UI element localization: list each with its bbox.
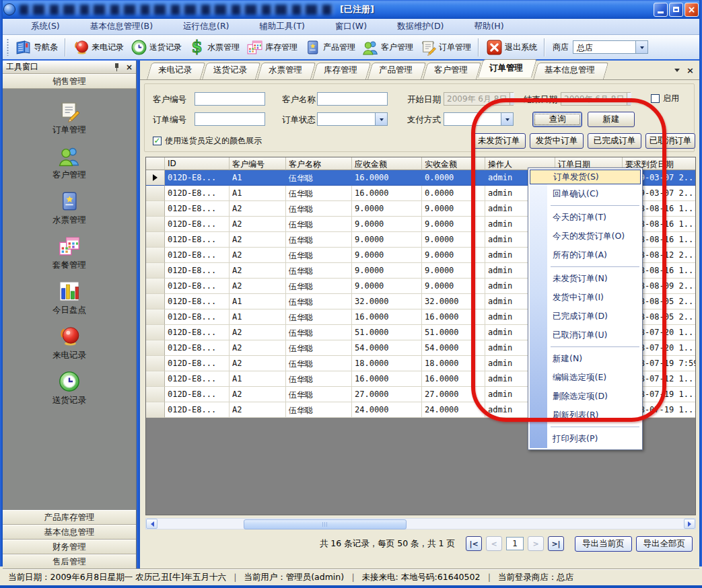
tab[interactable]: 产品管理	[367, 63, 421, 79]
row-selector[interactable]	[146, 371, 165, 387]
row-selector[interactable]	[146, 232, 165, 248]
sidebar-item-water-ticket[interactable]: 水票管理	[52, 190, 86, 226]
toolbar-exit-button[interactable]: 退出系统	[483, 38, 540, 57]
toolbar-product-button[interactable]: 产品管理	[301, 38, 359, 57]
export-all-pages-button[interactable]: 导出全部页	[636, 536, 693, 552]
context-menu-item[interactable]: 刷新列表(R)	[530, 406, 641, 425]
row-selector[interactable]	[146, 294, 165, 309]
row-selector[interactable]	[146, 309, 165, 325]
menu-item[interactable]: 系统(S)	[8, 17, 67, 36]
row-selector[interactable]	[146, 387, 165, 402]
row-selector[interactable]	[146, 186, 165, 201]
row-selector[interactable]	[146, 201, 165, 217]
context-menu-item[interactable]: 回单确认(C)	[530, 184, 641, 203]
toolbar-customer-button[interactable]: 客户管理	[359, 38, 417, 57]
context-menu-item[interactable]: 所有的订单(A)	[530, 246, 641, 264]
pay-method-select[interactable]	[444, 112, 514, 126]
column-header[interactable]: ID	[165, 157, 230, 170]
scrollbar-thumb[interactable]	[244, 519, 407, 529]
context-menu-item[interactable]: 已取消订单(U)	[530, 326, 641, 344]
end-date-picker[interactable]: 2009年 6月 8日	[561, 92, 631, 106]
page-number-input[interactable]: 1	[506, 537, 524, 550]
context-menu-item[interactable]: 新建(N)	[530, 349, 641, 368]
close-button[interactable]: ×	[685, 3, 699, 17]
pin-icon[interactable]	[114, 63, 120, 71]
toolbar-delivery-record-button[interactable]: 送货记录	[127, 38, 185, 57]
customer-name-input[interactable]	[317, 92, 388, 106]
horizontal-scrollbar[interactable]	[145, 518, 696, 529]
column-header[interactable]: 应收金额	[352, 157, 422, 170]
sidebar-group[interactable]: 财务管理	[3, 540, 136, 554]
prev-page-button[interactable]: <	[486, 536, 502, 551]
row-selector[interactable]	[146, 248, 165, 263]
context-menu-item[interactable]: 删除选定项(D)	[530, 387, 641, 406]
column-header[interactable]: 客户编号	[230, 157, 286, 170]
sidebar-item-order[interactable]: 订单管理	[52, 100, 86, 136]
toolbar-call-record-button[interactable]: 来电记录	[69, 38, 127, 57]
sidebar-group[interactable]: 基本信息管理	[3, 525, 136, 540]
tab-list-dropdown-icon[interactable]	[674, 69, 680, 75]
column-header[interactable]: 客户名称	[286, 157, 352, 170]
sidebar-item-delivery-record[interactable]: 送货记录	[52, 370, 86, 406]
tab[interactable]: 水票管理	[257, 63, 311, 79]
new-button[interactable]: 新建	[588, 112, 635, 127]
menu-item[interactable]: 帮助(H)	[451, 17, 511, 36]
context-menu-item[interactable]: 发货中订单(I)	[530, 288, 641, 307]
customer-no-input[interactable]	[195, 92, 265, 106]
next-page-button[interactable]: >	[528, 536, 544, 551]
filter-cancelled-button[interactable]: 已取消订单	[645, 133, 695, 149]
filter-completed-button[interactable]: 已完成订单	[588, 133, 641, 149]
tab-close-icon[interactable]: ×	[687, 66, 694, 75]
menu-item[interactable]: 辅助工具(T)	[237, 17, 312, 36]
tab[interactable]: 来电记录	[147, 63, 201, 79]
order-no-input[interactable]	[195, 112, 265, 126]
menu-item[interactable]: 窗口(W)	[312, 17, 374, 36]
tab[interactable]: 客户管理	[423, 63, 477, 79]
sidebar-item-customer[interactable]: 客户管理	[52, 145, 86, 181]
filter-shipping-button[interactable]: 发货中订单	[530, 133, 584, 149]
context-menu-item[interactable]: 今天的发货订单(O)	[530, 227, 641, 246]
row-selector[interactable]	[146, 217, 165, 232]
context-menu-item[interactable]: 编辑选定项(E)	[530, 368, 641, 387]
start-date-picker[interactable]: 2009年 6月 8日	[444, 92, 514, 106]
export-current-page-button[interactable]: 导出当前页	[575, 536, 632, 552]
row-selector[interactable]	[146, 325, 165, 340]
first-page-button[interactable]: |<	[466, 536, 482, 551]
sidebar-item-call-record[interactable]: 来电记录	[52, 325, 86, 361]
sidebar-group[interactable]: 产品库存管理	[3, 510, 136, 525]
context-menu-item[interactable]: 今天的订单(T)	[530, 208, 641, 227]
toolbar-order-button[interactable]: 订单管理	[417, 38, 475, 57]
context-menu-item[interactable]: 未发货订单(N)	[530, 269, 641, 288]
enable-checkbox[interactable]: 启用	[651, 93, 679, 104]
row-selector[interactable]	[146, 340, 165, 356]
query-button[interactable]: 查询	[532, 112, 582, 127]
scroll-right-icon[interactable]	[684, 519, 695, 529]
row-selector[interactable]	[146, 170, 165, 186]
tab[interactable]: 送货记录	[202, 63, 256, 79]
filter-unshipped-button[interactable]: 未发货订单	[472, 133, 526, 149]
last-page-button[interactable]: >|	[548, 536, 564, 551]
minimize-button[interactable]	[654, 3, 668, 17]
chevron-down-icon[interactable]	[635, 41, 647, 53]
row-selector[interactable]	[146, 279, 165, 294]
sidebar-item-daily-check[interactable]: 今日盘点	[52, 280, 86, 316]
menu-item[interactable]: 基本信息管理(B)	[67, 17, 160, 36]
toolbar-nav-button[interactable]: 导航条	[11, 38, 61, 57]
tab[interactable]: 订单管理	[478, 59, 532, 79]
menu-item[interactable]: 运行信息(R)	[160, 17, 236, 36]
close-icon[interactable]: ×	[126, 63, 133, 71]
sidebar-group[interactable]: 售后管理	[3, 554, 136, 569]
menu-item[interactable]: 数据维护(D)	[374, 17, 451, 36]
scroll-left-icon[interactable]	[146, 519, 157, 529]
tab[interactable]: 库存管理	[312, 63, 366, 79]
row-selector[interactable]	[146, 402, 165, 418]
tab[interactable]: 基本信息管理	[533, 63, 604, 79]
sidebar-group-sales[interactable]: 销售管理	[3, 74, 136, 89]
color-display-checkbox[interactable]: 使用送货员定义的颜色展示	[153, 135, 262, 147]
toolbar-water-ticket-button[interactable]: 水票管理	[185, 38, 243, 57]
maximize-button[interactable]	[669, 3, 683, 17]
context-menu-item[interactable]: 订单发货(S)	[530, 170, 641, 184]
row-selector[interactable]	[146, 356, 165, 371]
context-menu-item[interactable]: 打印列表(P)	[530, 429, 641, 448]
context-menu-item[interactable]: 已完成订单(D)	[530, 307, 641, 326]
